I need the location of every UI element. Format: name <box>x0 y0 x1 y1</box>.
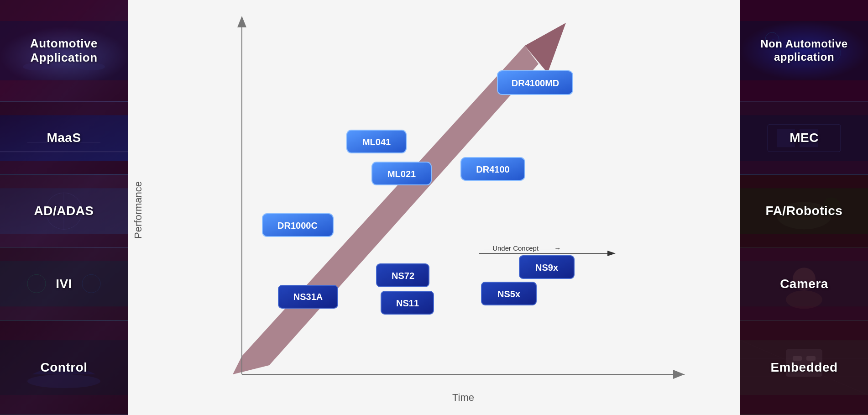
sidebar-label-control: Control <box>40 360 87 375</box>
sidebar-item-control: Control <box>0 320 128 415</box>
sidebar-item-ivi: IVI <box>0 247 128 320</box>
chip-ns9x: NS9x <box>519 256 574 278</box>
performance-chart: Performance Time — Under Concept ——→ DR4… <box>128 0 740 415</box>
left-sidebar: Automotive Application MaaS <box>0 0 128 415</box>
y-axis-label: Performance <box>132 181 144 239</box>
svg-text:NS31A: NS31A <box>293 292 323 302</box>
svg-point-28 <box>786 291 822 309</box>
sidebar-label-fa-robotics: FA/Robotics <box>766 204 843 218</box>
sidebar-item-ad-adas: AD/ADAS <box>0 175 128 248</box>
svg-text:NS9x: NS9x <box>535 263 558 273</box>
sidebar-label-non-automotive: Non Automotive application <box>760 37 847 64</box>
chip-dr4100: DR4100 <box>461 158 525 180</box>
chip-ns11: NS11 <box>381 291 434 314</box>
chart-area: Performance Time — Under Concept ——→ DR4… <box>128 0 740 415</box>
chip-dr4100md: DR4100MD <box>497 71 573 95</box>
svg-text:NS72: NS72 <box>392 271 414 281</box>
right-sidebar: Non Automotive application MEC FA/Roboti… <box>740 0 868 415</box>
chip-ml041: ML041 <box>347 130 406 153</box>
svg-text:DR4100: DR4100 <box>476 164 509 174</box>
chip-ns72: NS72 <box>376 264 429 287</box>
sidebar-item-fa-robotics: FA/Robotics <box>740 175 868 248</box>
svg-point-14 <box>27 374 100 388</box>
sidebar-item-camera: Camera <box>740 247 868 320</box>
sidebar-item-maas: MaaS <box>0 102 128 175</box>
sidebar-label-mec: MEC <box>790 131 819 145</box>
svg-text:ML041: ML041 <box>362 137 391 147</box>
svg-text:NS5x: NS5x <box>497 289 520 299</box>
sidebar-label-automotive: Automotive Application <box>30 37 98 65</box>
x-axis-label: Time <box>452 392 474 403</box>
sidebar-label-maas: MaaS <box>47 131 81 145</box>
chip-ns31a: NS31A <box>278 285 338 308</box>
chip-ml021: ML021 <box>372 162 431 185</box>
under-concept-label: — Under Concept ——→ <box>484 244 561 252</box>
svg-text:ML021: ML021 <box>387 169 416 179</box>
sidebar-label-ivi: IVI <box>56 277 72 291</box>
sidebar-label-camera: Camera <box>780 277 828 291</box>
chip-dr1000c: DR1000C <box>262 214 333 236</box>
sidebar-item-embedded: Embedded <box>740 320 868 415</box>
svg-text:NS11: NS11 <box>396 298 419 308</box>
sidebar-label-embedded: Embedded <box>770 360 837 375</box>
svg-rect-37 <box>128 0 740 415</box>
sidebar-label-adadas: AD/ADAS <box>34 204 94 218</box>
svg-text:DR1000C: DR1000C <box>277 221 318 231</box>
svg-text:DR4100MD: DR4100MD <box>512 78 559 88</box>
chip-ns5x: NS5x <box>481 282 536 305</box>
sidebar-item-automotive-application: Automotive Application <box>0 0 128 102</box>
sidebar-item-non-automotive: Non Automotive application <box>740 0 868 102</box>
sidebar-item-mec: MEC <box>740 102 868 175</box>
